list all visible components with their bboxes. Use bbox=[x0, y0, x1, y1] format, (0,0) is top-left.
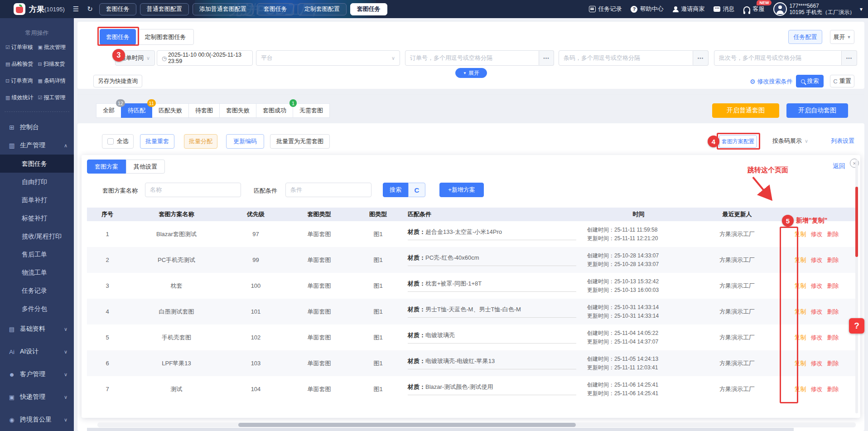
match-cond-input[interactable]: 条件 bbox=[285, 183, 371, 197]
sidebar-subitem[interactable]: 标签补打 bbox=[0, 209, 74, 227]
batch-no-input[interactable]: 批次号，多个用逗号或空格分隔 bbox=[714, 50, 842, 66]
batch-set-noneed-button[interactable]: 批量置为无需套图 bbox=[270, 134, 330, 149]
quick-action-link[interactable]: ⊡订单查询 bbox=[5, 77, 38, 85]
order-no-more-button[interactable]: ••• bbox=[539, 50, 554, 66]
invite-merchant-link[interactable]: 邀请商家 bbox=[672, 5, 704, 13]
app-logo[interactable]: 方果 (10195) bbox=[14, 3, 65, 15]
status-tab[interactable]: 无需套图 bbox=[293, 103, 330, 118]
topbar-nav-tab[interactable]: 套图任务 bbox=[99, 3, 136, 15]
copy-link[interactable]: 复制 bbox=[795, 308, 806, 315]
user-dropdown-caret-icon[interactable]: ▼ bbox=[859, 7, 863, 12]
show-by-barcode-select[interactable]: 按条码展示∨ bbox=[772, 137, 808, 145]
quick-action-link[interactable]: ⊟扫描发货 bbox=[38, 60, 71, 68]
start-auto-taotu-button[interactable]: 开启自动套图 bbox=[786, 103, 848, 118]
delete-link[interactable]: 删除 bbox=[827, 257, 839, 263]
order-no-input[interactable]: 订单号，多个用逗号或空格分隔 bbox=[405, 50, 539, 66]
user-account[interactable]: 177****5667 10195 手机壳（工厂演示） ▼ bbox=[773, 2, 863, 16]
task-log-link[interactable]: 任务记录 bbox=[589, 5, 622, 13]
topbar-nav-tab[interactable]: 套图任务 bbox=[350, 3, 387, 15]
status-tab[interactable]: 全部 12 bbox=[96, 103, 121, 118]
search-button[interactable]: 搜索 bbox=[796, 75, 824, 87]
horizontal-scrollbar-thumb[interactable] bbox=[238, 423, 576, 427]
save-quick-query-button[interactable]: 另存为快捷查询 bbox=[93, 75, 142, 87]
delete-link[interactable]: 删除 bbox=[827, 360, 839, 367]
back-link[interactable]: 返回 bbox=[833, 162, 845, 170]
customer-service-link[interactable]: 客服 NEW bbox=[743, 5, 764, 13]
status-tab[interactable]: 待匹配 11 bbox=[121, 103, 152, 118]
sidebar-subitem[interactable]: 揽收/尾程打印 bbox=[0, 227, 74, 245]
status-tab[interactable]: 匹配失败 bbox=[152, 103, 189, 118]
horizontal-scrollbar[interactable] bbox=[97, 422, 856, 427]
sidebar-subitem[interactable]: 多件分包 bbox=[0, 300, 74, 318]
delete-link[interactable]: 删除 bbox=[827, 386, 839, 392]
copy-link[interactable]: 复制 bbox=[795, 231, 806, 237]
sidebar-item-console[interactable]: ⊞ 控制台 bbox=[0, 118, 74, 136]
date-range-input[interactable]: ◷ 2025-11-10 00:0(-2025-11-13 23:59 bbox=[157, 50, 253, 66]
sidebar-group[interactable]: ◉ 跨境首公里 ∨ bbox=[0, 408, 74, 431]
sidebar-subitem[interactable]: 自由打印 bbox=[0, 173, 74, 191]
batch-redo-button[interactable]: 批量重套 bbox=[140, 134, 174, 149]
copy-link[interactable]: 复制 bbox=[795, 282, 806, 289]
quick-action-link[interactable]: ☑报工管理 bbox=[38, 94, 71, 102]
checkbox-icon[interactable] bbox=[107, 138, 114, 145]
floating-help-button[interactable]: ? bbox=[849, 318, 864, 334]
sidebar-item-production[interactable]: ▥ 生产管理 ∧ bbox=[0, 136, 74, 155]
sidebar-group[interactable]: ▤ 基础资料 ∨ bbox=[0, 318, 74, 340]
batch-assign-button[interactable]: 批量分配 bbox=[184, 134, 217, 149]
edit-link[interactable]: 修改 bbox=[811, 308, 823, 315]
plan-name-input[interactable]: 名称 bbox=[145, 183, 241, 197]
quick-action-link[interactable]: ☑订单审核 bbox=[5, 44, 38, 51]
sidebar-subitem[interactable]: 物流工单 bbox=[0, 263, 74, 281]
select-all-checkbox[interactable]: 全选 bbox=[102, 134, 134, 149]
panel-refresh-button[interactable]: C bbox=[408, 183, 425, 197]
messages-link[interactable]: 消息 bbox=[714, 5, 734, 13]
copy-link[interactable]: 复制 bbox=[795, 334, 806, 341]
task-config-button[interactable]: 任务配置 bbox=[788, 30, 822, 44]
sidebar-subitem[interactable]: 套图任务 bbox=[0, 155, 74, 173]
status-tab[interactable]: 套图成功 1 bbox=[256, 103, 293, 118]
batch-no-more-button[interactable]: ••• bbox=[842, 50, 857, 66]
quick-action-link[interactable]: ▦条码详情 bbox=[38, 77, 71, 85]
help-center-link[interactable]: ? 帮助中心 bbox=[631, 5, 663, 13]
topbar-nav-tab[interactable]: 定制套图配置 bbox=[298, 3, 347, 15]
edit-link[interactable]: 修改 bbox=[811, 360, 823, 367]
topbar-nav-tab[interactable]: 普通套图配置 bbox=[140, 3, 189, 15]
sidebar-group[interactable]: ▣ 快递管理 ∨ bbox=[0, 386, 74, 408]
status-tab[interactable]: 待套图 bbox=[188, 103, 220, 118]
topbar-nav-tab[interactable]: 添加普通套图配置 bbox=[193, 3, 253, 15]
copy-link[interactable]: 复制 bbox=[795, 386, 806, 392]
platform-select[interactable]: 平台∨ bbox=[256, 50, 400, 66]
quick-action-link[interactable]: ▣批次管理 bbox=[38, 44, 71, 51]
delete-link[interactable]: 删除 bbox=[827, 231, 839, 237]
edit-link[interactable]: 修改 bbox=[811, 257, 823, 263]
delete-link[interactable]: 删除 bbox=[827, 334, 839, 341]
refresh-icon[interactable]: ↻ bbox=[87, 5, 93, 13]
reset-button[interactable]: C重置 bbox=[830, 75, 854, 87]
panel-search-button[interactable]: 搜索 bbox=[383, 183, 408, 197]
scrollbar-thumb[interactable] bbox=[855, 187, 858, 257]
edit-link[interactable]: 修改 bbox=[811, 334, 823, 341]
add-plan-button[interactable]: +新增方案 bbox=[439, 183, 484, 197]
modify-search-link[interactable]: ⚙ 修改搜索条件 bbox=[750, 77, 793, 86]
delete-link[interactable]: 删除 bbox=[827, 308, 839, 315]
page-tab-custom-task[interactable]: 定制图套图任务 bbox=[137, 29, 194, 45]
update-code-button[interactable]: 更新编码 bbox=[226, 134, 264, 149]
expand-filters-pill[interactable]: ▼展开 bbox=[455, 68, 487, 78]
edit-link[interactable]: 修改 bbox=[811, 386, 823, 392]
start-normal-taotu-button[interactable]: 开启普通套图 bbox=[712, 103, 779, 118]
copy-link[interactable]: 复制 bbox=[795, 257, 806, 263]
quick-action-link[interactable]: ▤品检验货 bbox=[5, 60, 38, 68]
copy-link[interactable]: 复制 bbox=[795, 360, 806, 367]
delete-link[interactable]: 删除 bbox=[827, 282, 839, 289]
quick-action-link[interactable]: ▥绩效统计 bbox=[5, 94, 38, 102]
sidebar-group[interactable]: Ai AI设计 ∨ bbox=[0, 340, 74, 363]
barcode-input[interactable]: 条码，多个用逗号或空格分隔 bbox=[559, 50, 693, 66]
edit-link[interactable]: 修改 bbox=[811, 282, 823, 289]
page-tab-taotu-task[interactable]: 套图任务 bbox=[100, 29, 136, 45]
sidebar-subitem[interactable]: 任务记录 bbox=[0, 281, 74, 300]
expand-top-button[interactable]: 展开▼ bbox=[830, 30, 854, 44]
edit-link[interactable]: 修改 bbox=[811, 231, 823, 237]
topbar-nav-tab[interactable]: 套图任务 bbox=[257, 3, 294, 15]
panel-tab-other[interactable]: 其他设置 bbox=[126, 160, 165, 174]
collapse-menu-icon[interactable]: ☰ bbox=[73, 5, 79, 13]
